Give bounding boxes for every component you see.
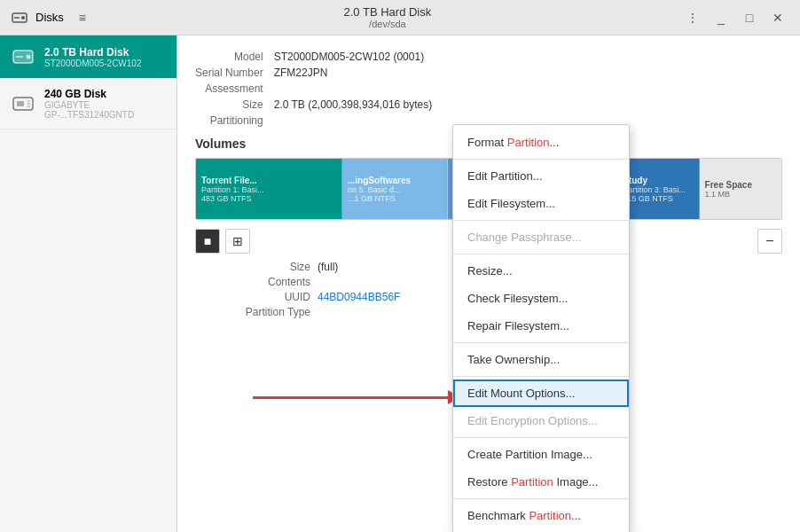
separator-7	[453, 498, 629, 499]
partition-seg-1[interactable]: Torrent File... Partition 1: Basi... 483…	[196, 159, 342, 219]
size-label: Size	[195, 98, 263, 112]
assessment-value	[274, 82, 782, 96]
partition-seg-5[interactable]: Study Partition 3: Basi... 215 GB NTFS	[617, 159, 699, 219]
window-subtitle: /dev/sda	[94, 19, 681, 29]
maximize-icon: □	[746, 11, 753, 25]
sidebar-disk-model-1: ST2000DM005-2CW102	[44, 59, 142, 68]
minimize-icon: _	[718, 11, 725, 25]
menu-edit-mount-options[interactable]: Edit Mount Options...	[453, 379, 629, 407]
arrow-annotation	[253, 390, 460, 404]
menu-repair-filesystem[interactable]: Repair Filesystem...	[453, 312, 629, 340]
sidebar-disk-model-2: GIGABYTE GP-...TFS31240GNTD	[44, 100, 166, 120]
context-menu: Format Partition... Edit Partition... Ed…	[452, 124, 630, 532]
sidebar-item-ssd[interactable]: 240 GB Disk GIGABYTE GP-...TFS31240GNTD	[0, 79, 176, 129]
partitioning-label: Partitioning	[195, 113, 263, 128]
minus-button[interactable]: −	[757, 229, 782, 254]
svg-point-4	[27, 55, 31, 59]
separator-4	[453, 342, 629, 343]
model-label: Model	[195, 50, 263, 64]
size-value: 2.0 TB (2,000,398,934,016 bytes)	[274, 98, 782, 112]
menu-edit-partition[interactable]: Edit Partition...	[453, 162, 629, 190]
info-grid: Model ST2000DM005-2CW102 (0001) Serial N…	[195, 50, 782, 128]
menu-icon: ≡	[79, 11, 86, 25]
titlebar-left: Disks ≡	[11, 6, 94, 29]
svg-rect-7	[17, 101, 24, 106]
content-area: Model ST2000DM005-2CW102 (0001) Serial N…	[177, 35, 800, 532]
titlebar-center: 2.0 TB Hard Disk /dev/sda	[94, 5, 681, 29]
menu-edit-filesystem[interactable]: Edit Filesystem...	[453, 190, 629, 217]
sidebar-item-hdd[interactable]: 2.0 TB Hard Disk ST2000DM005-2CW102	[0, 35, 176, 79]
assessment-label: Assessment	[195, 82, 263, 96]
menu-format-partition[interactable]: Format Partition...	[453, 129, 629, 156]
loop-button[interactable]: ⊞	[225, 229, 250, 254]
menu-check-filesystem[interactable]: Check Filesystem...	[453, 285, 629, 312]
separator-5	[453, 376, 629, 377]
partition-type-label: Partition Type	[213, 306, 310, 318]
uuid-label: UUID	[213, 291, 310, 303]
sidebar-disk-name-2: 240 GB Disk	[44, 88, 166, 100]
model-value: ST2000DM005-2CW102 (0001)	[274, 50, 782, 64]
disk-info: Model ST2000DM005-2CW102 (0001) Serial N…	[177, 35, 800, 128]
uuid-link[interactable]: 44BD0944BB56F	[318, 291, 400, 303]
more-button[interactable]: ⋮	[681, 6, 704, 29]
menu-create-image[interactable]: Create Partition Image...	[453, 441, 629, 468]
minimize-button[interactable]: _	[710, 6, 733, 29]
window-title: 2.0 TB Hard Disk	[94, 5, 681, 19]
menu-change-passphrase: Change Passphrase...	[453, 223, 629, 251]
close-button[interactable]: ✕	[766, 6, 789, 29]
menu-resize[interactable]: Resize...	[453, 257, 629, 285]
hdd-icon	[11, 44, 35, 69]
close-icon: ✕	[773, 11, 783, 25]
contents-label: Contents	[213, 276, 310, 288]
titlebar-right: ⋮ _ □ ✕	[681, 6, 789, 29]
menu-take-ownership[interactable]: Take Ownership...	[453, 346, 629, 373]
separator-3	[453, 254, 629, 254]
menu-edit-encryption: Edit Encryption Options...	[453, 407, 629, 434]
menu-restore-image[interactable]: Restore Partition Image...	[453, 468, 629, 496]
serial-label: Serial Number	[195, 66, 263, 80]
maximize-button[interactable]: □	[738, 6, 761, 29]
separator-1	[453, 159, 629, 160]
separator-2	[453, 220, 629, 221]
ssd-icon	[11, 91, 35, 116]
serial-value: ZFM22JPN	[274, 66, 782, 80]
app-name: Disks	[35, 11, 64, 24]
sidebar-disk-name-1: 2.0 TB Hard Disk	[44, 46, 142, 59]
main-layout: 2.0 TB Hard Disk ST2000DM005-2CW102 240 …	[0, 35, 800, 532]
partition-seg-2[interactable]: ...ingSoftwares on 5: Basic d... ...1 GB…	[342, 159, 448, 219]
titlebar: Disks ≡ 2.0 TB Hard Disk /dev/sda ⋮ _ □ …	[0, 0, 800, 35]
menu-benchmark[interactable]: Benchmark Partition...	[453, 502, 629, 529]
separator-6	[453, 437, 629, 438]
app-icon	[11, 9, 28, 27]
size-detail-label: Size	[213, 261, 310, 273]
svg-point-1	[21, 16, 25, 20]
sidebar: 2.0 TB Hard Disk ST2000DM005-2CW102 240 …	[0, 35, 177, 532]
menu-button[interactable]: ≡	[71, 6, 94, 29]
partition-seg-free[interactable]: Free Space 1.1 MB	[700, 159, 781, 219]
stop-button[interactable]: ■	[195, 229, 220, 254]
arrow-line	[253, 396, 448, 399]
more-icon: ⋮	[686, 11, 699, 25]
